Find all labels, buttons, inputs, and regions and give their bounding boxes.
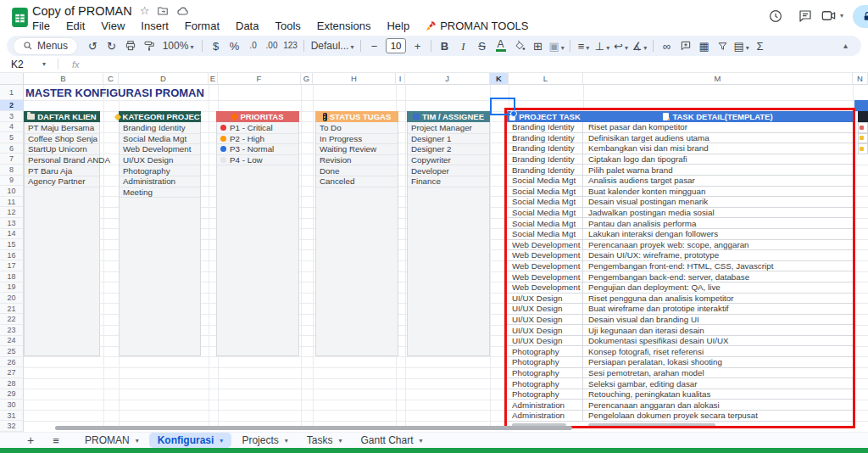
task-detail-cell[interactable]: Pilih palet warna brand <box>583 165 853 175</box>
column-header-C[interactable]: C <box>103 73 119 85</box>
menu-edit[interactable]: Edit <box>66 20 85 32</box>
format-currency-button[interactable]: $ <box>207 37 225 54</box>
section-item-administration[interactable]: Administration <box>120 176 200 187</box>
section-header-daftar-klien[interactable]: DAFTAR KLIEN <box>24 111 100 122</box>
row-header-3[interactable]: 3 <box>0 111 24 122</box>
task-category-cell[interactable]: Social Media Mgt <box>507 176 583 186</box>
task-detail-cell[interactable]: Riset pasar dan kompetitor <box>583 122 853 132</box>
row-header-16[interactable]: 16 <box>0 250 24 261</box>
sheet-tab-tasks[interactable]: Tasks <box>298 433 351 448</box>
task-category-cell[interactable]: UI/UX Design <box>507 336 583 346</box>
section-item-to-do[interactable]: To Do <box>316 123 398 134</box>
section-item-p4-low[interactable]: P4 - Low <box>217 155 298 166</box>
font-size-input[interactable]: 10 <box>386 38 406 53</box>
task-category-cell[interactable]: Administration <box>507 400 583 410</box>
text-rotation-button[interactable]: ∡ <box>631 37 648 54</box>
row-header-28[interactable]: 28 <box>0 378 24 389</box>
task-detail-cell[interactable]: Desain visual dan branding UI <box>583 315 853 325</box>
column-header-H[interactable]: H <box>313 73 396 85</box>
sheet-tab-projects[interactable]: Projects <box>233 433 296 448</box>
print-button[interactable] <box>121 37 139 54</box>
functions-button[interactable]: Σ <box>751 37 769 54</box>
task-category-cell[interactable]: Branding Identity <box>507 165 583 175</box>
section-item-p3-normal[interactable]: P3 - Normal <box>217 144 298 155</box>
task-category-cell[interactable]: Branding Identity <box>507 122 583 132</box>
row-header-17[interactable]: 17 <box>0 260 24 271</box>
row-header-30[interactable]: 30 <box>0 400 24 411</box>
video-call-icon[interactable]: ▾ <box>821 8 843 24</box>
horizontal-scrollbar[interactable] <box>55 426 572 430</box>
insert-chart-button[interactable]: ▦ <box>695 37 713 54</box>
task-detail-cell[interactable]: Desain UI/UX: wireframe, prototype <box>583 250 853 260</box>
section-item-web-development[interactable]: Web Development <box>120 144 200 155</box>
redo-button[interactable]: ↻ <box>103 37 120 54</box>
italic-button[interactable]: I <box>454 37 472 54</box>
task-category-cell[interactable]: Photography <box>507 346 583 356</box>
row-header-31[interactable]: 31 <box>0 411 24 422</box>
menus-search-button[interactable]: Menus <box>14 38 77 54</box>
column-header-F[interactable]: F <box>218 73 301 85</box>
row-header-20[interactable]: 20 <box>0 293 24 304</box>
row-header-9[interactable]: 9 <box>0 176 24 187</box>
task-detail-cell[interactable]: Retouching, peningkatan kualitas <box>583 389 853 400</box>
version-history-icon[interactable] <box>768 8 783 24</box>
task-detail-cell[interactable]: Persiapan peralatan, lokasi shooting <box>583 357 853 367</box>
task-detail-cell[interactable]: Definisikan target audiens utama <box>583 133 853 143</box>
chevron-down-icon[interactable]: ▾ <box>840 12 843 20</box>
row-header-13[interactable]: 13 <box>0 218 24 229</box>
task-detail-cell[interactable]: Sesi pemotretan, arahan model <box>583 368 853 378</box>
task-detail-cell[interactable]: Uji kegunaan dan iterasi desain <box>583 325 853 335</box>
task-detail-cell[interactable]: Perencanaan proyek web: scope, anggaran <box>583 240 853 250</box>
column-header-L[interactable]: L <box>509 73 583 85</box>
task-category-cell[interactable]: Social Media Mgt <box>507 197 583 207</box>
task-category-cell[interactable]: Web Development <box>507 240 583 250</box>
more-formats-button[interactable]: 123 <box>281 37 299 54</box>
column-header-E[interactable]: E <box>209 73 218 85</box>
column-header-J[interactable]: J <box>405 73 490 85</box>
section-header-prioritas[interactable]: PRIORITAS <box>216 111 299 122</box>
fill-color-button[interactable] <box>510 37 528 54</box>
task-detail-cell[interactable]: Pengujian dan deployment: QA, live <box>583 282 853 293</box>
format-percent-button[interactable]: % <box>225 37 243 54</box>
task-detail-cell[interactable]: Seleksi gambar, editing dasar <box>583 378 853 389</box>
section-item-coffee-shop-senja[interactable]: Coffee Shop Senja <box>25 134 99 145</box>
row-header-5[interactable]: 5 <box>0 132 24 143</box>
row-header-15[interactable]: 15 <box>0 239 24 250</box>
task-category-cell[interactable]: UI/UX Design <box>507 294 583 304</box>
menu-help[interactable]: Help <box>387 20 409 32</box>
task-detail-cell[interactable]: Pengelolaan dokumen proyek secara terpus… <box>583 411 853 421</box>
task-table-header-project[interactable]: PROJECT TASK <box>507 111 583 122</box>
task-detail-cell[interactable]: Perencanaan anggaran dan alokasi <box>583 400 853 410</box>
sheet-tab-konfigurasi[interactable]: Konfigurasi <box>149 433 232 448</box>
section-item-project-manager[interactable]: Project Manager <box>408 123 489 134</box>
menu-insert[interactable]: Insert <box>141 20 169 32</box>
zoom-select[interactable]: 100% <box>159 37 198 54</box>
menu-proman-tools[interactable]: PROMAN TOOLS <box>426 20 528 32</box>
section-header-tim-assignee[interactable]: TIM / ASSIGNEE <box>407 111 490 122</box>
row-header-11[interactable]: 11 <box>0 197 24 208</box>
task-detail-cell[interactable]: Pengembangan front-end: HTML, CSS, Javas… <box>583 261 853 271</box>
task-detail-cell[interactable]: Jadwalkan postingan media sosial <box>583 208 853 218</box>
task-detail-cell[interactable]: Pantau dan analisis performa <box>583 218 853 228</box>
vertical-align-button[interactable]: ⊥ <box>593 37 611 54</box>
task-category-cell[interactable]: UI/UX Design <box>507 304 583 314</box>
section-item-p2-high[interactable]: P2 - High <box>217 134 298 145</box>
undo-button[interactable]: ↺ <box>84 37 102 54</box>
increase-font-size-button[interactable]: + <box>409 37 426 54</box>
section-item-designer-1[interactable]: Designer 1 <box>408 134 489 145</box>
document-title[interactable]: Copy of PROMAN <box>32 4 132 18</box>
task-category-cell[interactable]: Branding Identity <box>507 154 583 165</box>
fill-handle[interactable] <box>510 110 517 117</box>
row-header-25[interactable]: 25 <box>0 346 24 357</box>
insert-link-button[interactable]: ∞ <box>658 37 676 54</box>
task-category-cell[interactable]: Photography <box>507 368 583 378</box>
formula-input[interactable] <box>88 56 868 72</box>
task-category-cell[interactable]: Social Media Mgt <box>507 218 583 228</box>
task-detail-cell[interactable]: Ciptakan logo dan tipografi <box>583 154 853 165</box>
star-icon[interactable]: ☆ <box>140 5 150 16</box>
section-item-waiting-review[interactable]: Waiting Review <box>316 144 398 155</box>
section-item-finance[interactable]: Finance <box>408 176 489 187</box>
task-detail-cell[interactable]: Buat wireframe dan prototipe interaktif <box>583 304 853 314</box>
share-button[interactable] <box>853 5 868 28</box>
filter-views-button[interactable]: ▤ <box>732 37 750 54</box>
